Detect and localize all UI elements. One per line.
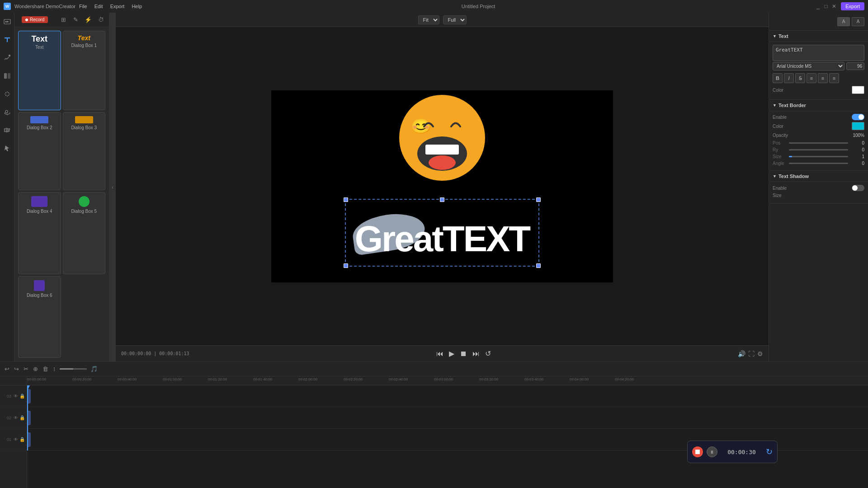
track-num-02: 02 xyxy=(7,416,11,420)
text-shadow-section-header[interactable]: ▼ Text Shadow xyxy=(769,171,868,182)
text-shadow-chevron: ▼ xyxy=(773,174,777,178)
color-row: Color xyxy=(773,86,864,94)
svg-rect-4 xyxy=(8,73,10,79)
quality-select[interactable]: Full xyxy=(443,15,467,24)
strike-button[interactable]: S̶ xyxy=(795,73,805,83)
recording-pause-button[interactable]: ⏸ xyxy=(707,446,717,457)
text-border-section-header[interactable]: ▼ Text Border xyxy=(769,100,868,111)
loop-button[interactable]: ↺ xyxy=(484,348,492,359)
track-row-03[interactable] xyxy=(27,385,868,407)
text-input[interactable]: GreatTEXT xyxy=(773,45,864,61)
split-button[interactable]: ⫶ xyxy=(52,365,57,373)
close-icon[interactable]: ✕ xyxy=(831,3,837,9)
panel-top-btn-2[interactable]: A xyxy=(852,17,864,26)
text-item-dialog3[interactable]: Dialog Box 3 xyxy=(63,112,106,191)
panel-tool-3[interactable]: ⚡ xyxy=(84,15,93,24)
align-center-button[interactable]: ≡ xyxy=(818,73,828,83)
maximize-icon[interactable]: □ xyxy=(823,3,829,9)
sidebar-icon-settings[interactable] xyxy=(2,125,13,136)
settings-icon[interactable]: ⚙ xyxy=(757,350,763,357)
recording-stop-button[interactable] xyxy=(692,446,703,457)
panel-tool-2[interactable]: ✎ xyxy=(71,15,80,24)
sidebar-icon-effects[interactable] xyxy=(2,89,13,99)
menu-file[interactable]: File xyxy=(79,4,87,9)
canvas-main-text[interactable]: GreatTEXT xyxy=(355,218,529,260)
volume-icon[interactable]: 🔊 xyxy=(738,350,745,357)
undo-button[interactable]: ↩ xyxy=(4,365,10,373)
track-num-03: 03 xyxy=(7,394,11,399)
text-item-dialog2[interactable]: Dialog Box 2 xyxy=(18,112,61,191)
prev-frame-button[interactable]: ⏮ xyxy=(435,349,444,359)
text-item-dialog1[interactable]: Text Dialog Box 1 xyxy=(63,31,106,110)
timeline-tracks-scroll[interactable]: 00:00:00:00 00:00:20:00 00:00:40:00 00:0… xyxy=(27,376,868,488)
ruler-tick-2: 00:00:40:00 xyxy=(118,376,137,381)
border-color-swatch[interactable] xyxy=(852,122,864,130)
track-eye-icon-03[interactable]: 👁 xyxy=(14,394,18,399)
menu-edit[interactable]: Edit xyxy=(94,4,103,9)
track-lock-icon-02[interactable]: 🔒 xyxy=(19,415,25,420)
recording-refresh-icon[interactable]: ↻ xyxy=(766,447,773,457)
font-size-input[interactable]: 96 xyxy=(846,62,864,70)
delete-button[interactable]: 🗑 xyxy=(42,365,49,373)
border-opacity-value: 100% xyxy=(853,133,864,138)
text-item-dialog6[interactable]: Dialog Box 6 xyxy=(18,276,61,358)
stop-button[interactable]: ⏹ xyxy=(459,349,468,359)
window-controls: ⎯ □ ✕ xyxy=(815,3,837,9)
pos-slider-track[interactable] xyxy=(789,142,848,144)
copy-button[interactable]: ⊕ xyxy=(32,365,39,373)
timeline-playhead[interactable] xyxy=(27,385,28,450)
record-button[interactable]: Record xyxy=(22,16,48,23)
handle-tl[interactable] xyxy=(344,197,348,202)
angle-slider-track[interactable] xyxy=(789,163,848,164)
handle-br[interactable] xyxy=(536,263,541,268)
text-border-body: Enable Color Opacity 100% Pos 0 Ry 0 xyxy=(769,111,868,171)
italic-button[interactable]: I xyxy=(784,73,794,83)
sidebar-icon-transitions[interactable] xyxy=(2,70,13,81)
text-shadow-body: Enable Size xyxy=(769,182,868,204)
align-left-button[interactable]: ≡ xyxy=(807,73,816,83)
align-right-button[interactable]: ≡ xyxy=(829,73,839,83)
text-item-dialog4[interactable]: Dialog Box 4 xyxy=(18,192,61,274)
menu-help[interactable]: Help xyxy=(132,4,142,9)
track-lock-icon-03[interactable]: 🔒 xyxy=(19,394,25,399)
sidebar-icon-tools[interactable] xyxy=(2,143,13,154)
track-eye-icon-01[interactable]: 👁 xyxy=(14,437,18,442)
sidebar-icon-audio[interactable] xyxy=(2,107,13,117)
panel-collapse-button[interactable]: ‹ xyxy=(109,13,116,361)
border-enable-toggle[interactable] xyxy=(852,114,864,120)
play-button[interactable]: ▶ xyxy=(448,348,455,359)
minimize-icon[interactable]: ⎯ xyxy=(815,3,821,9)
handle-tc[interactable] xyxy=(440,197,444,202)
next-frame-button[interactable]: ⏭ xyxy=(472,349,481,359)
track-eye-icon-02[interactable]: 👁 xyxy=(14,415,18,420)
font-family-select[interactable]: Arial Unicode MS xyxy=(773,62,844,70)
fit-select[interactable]: Fit xyxy=(418,15,439,24)
fullscreen-icon[interactable]: ⛶ xyxy=(748,350,755,357)
zoom-track[interactable] xyxy=(60,368,87,370)
sidebar-icon-text[interactable] xyxy=(2,34,13,45)
track-row-02[interactable] xyxy=(27,407,868,429)
menu-export[interactable]: Export xyxy=(110,4,125,9)
sidebar-icon-annotations[interactable] xyxy=(2,52,13,63)
export-button[interactable]: Export xyxy=(841,2,864,10)
panel-top-btn-1[interactable]: A xyxy=(837,17,850,26)
color-label: Color xyxy=(773,88,783,93)
ry-slider-track[interactable] xyxy=(789,149,848,150)
track-lock-icon-01[interactable]: 🔒 xyxy=(19,437,25,442)
text-item-dialog5[interactable]: Dialog Box 5 xyxy=(63,192,106,274)
audio-button[interactable]: 🎵 xyxy=(90,365,99,373)
handle-tr[interactable] xyxy=(536,197,541,202)
text-item-text[interactable]: Text Text xyxy=(18,31,61,110)
cut-button[interactable]: ✂ xyxy=(23,365,29,373)
text-section-header[interactable]: ▼ Text xyxy=(769,31,868,42)
sidebar-icon-media[interactable] xyxy=(2,16,13,27)
size-slider-track[interactable] xyxy=(789,156,848,157)
panel-tool-1[interactable]: ⊞ xyxy=(59,15,68,24)
redo-button[interactable]: ↪ xyxy=(13,365,20,373)
shadow-enable-toggle[interactable] xyxy=(852,185,864,191)
panel-tool-4[interactable]: ⏱ xyxy=(96,15,105,24)
border-angle-row: Angle 0 xyxy=(773,161,864,166)
handle-bl[interactable] xyxy=(344,263,348,268)
text-color-swatch[interactable] xyxy=(852,86,864,94)
bold-button[interactable]: B xyxy=(773,73,783,83)
